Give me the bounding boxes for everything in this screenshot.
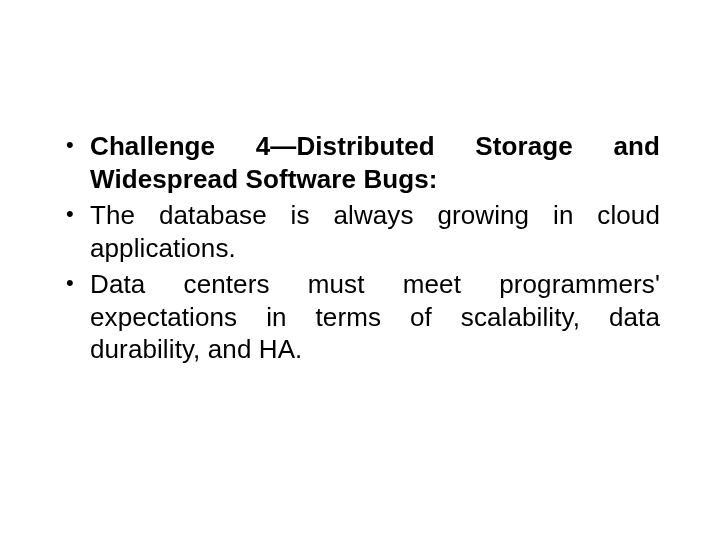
- slide: Challenge 4—Distributed Storage and Wide…: [0, 0, 720, 540]
- bullet-bold-text: Challenge 4—Distributed Storage and Wide…: [90, 131, 660, 194]
- bullet-text: The database is always growing in cloud …: [90, 200, 660, 263]
- list-item: The database is always growing in cloud …: [60, 199, 660, 264]
- list-item: Challenge 4—Distributed Storage and Wide…: [60, 130, 660, 195]
- bullet-text: Data centers must meet programmers' expe…: [90, 269, 660, 364]
- list-item: Data centers must meet programmers' expe…: [60, 268, 660, 366]
- bullet-list: Challenge 4—Distributed Storage and Wide…: [60, 130, 660, 366]
